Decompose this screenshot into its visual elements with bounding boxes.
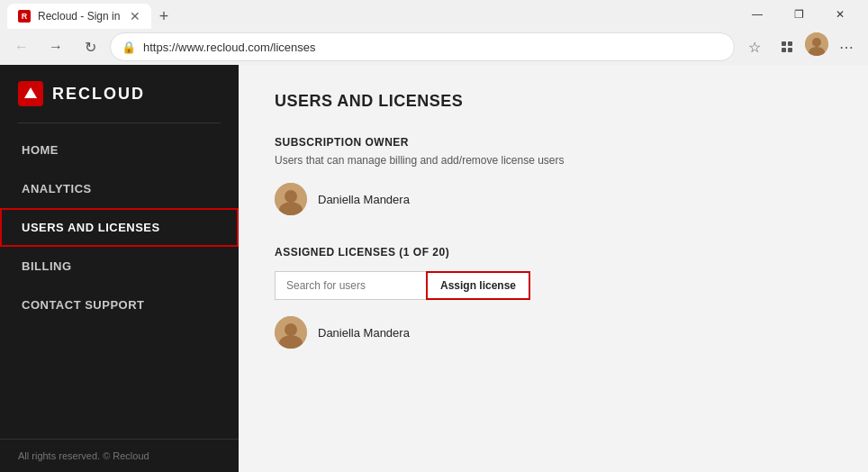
svg-point-12	[285, 323, 297, 336]
url-text: https://www.recloud.com/licenses	[143, 41, 723, 54]
tab-favicon: R	[18, 10, 31, 23]
subscription-owner-desc: Users that can manage billing and add/re…	[275, 154, 832, 167]
footer-text: All rights reserved. © Recloud	[18, 450, 149, 461]
tab-title: Recloud - Sign in	[38, 10, 120, 23]
title-bar: R Recloud - Sign in ✕ + — ❐ ✕	[0, 0, 868, 29]
sidebar-footer: All rights reserved. © Recloud	[0, 439, 239, 472]
sidebar-item-users-licenses[interactable]: USERS AND LICENSES	[0, 208, 239, 247]
svg-point-9	[285, 190, 297, 203]
logo-text: RECLOUD	[52, 85, 145, 104]
main-content: USERS AND LICENSES SUBSCRIPTION OWNER Us…	[239, 65, 868, 472]
assigned-licenses-section: ASSIGNED LICENSES (1 OF 20) Assign licen…	[275, 246, 832, 352]
assigned-user-name: Daniella Mandera	[318, 326, 410, 340]
more-options-icon[interactable]: ⋯	[832, 32, 861, 61]
sidebar-item-home[interactable]: HOME	[0, 131, 239, 169]
search-assign-row: Assign license	[275, 271, 832, 300]
window-controls: — ❐ ✕	[737, 0, 861, 29]
lock-icon: 🔒	[122, 41, 136, 54]
page-title: USERS AND LICENSES	[275, 92, 832, 111]
new-tab-button[interactable]: +	[151, 4, 176, 29]
back-button[interactable]: ←	[7, 32, 36, 61]
svg-rect-1	[788, 41, 792, 46]
sidebar: RECLOUD HOME ANALYTICS USERS AND LICENSE…	[0, 65, 239, 472]
sidebar-nav: HOME ANALYTICS USERS AND LICENSES BILLIN…	[0, 123, 239, 439]
sidebar-item-billing[interactable]: BILLING	[0, 247, 239, 286]
licenses-header: ASSIGNED LICENSES (1 OF 20)	[275, 246, 832, 259]
sidebar-logo: RECLOUD	[0, 65, 239, 123]
svg-rect-0	[782, 41, 786, 46]
assign-license-button[interactable]: Assign license	[426, 271, 530, 300]
refresh-button[interactable]: ↻	[76, 32, 104, 61]
subscription-owner-title: SUBSCRIPTION OWNER	[275, 136, 832, 149]
subscription-owner-name: Daniella Mandera	[318, 193, 410, 206]
svg-rect-3	[788, 48, 792, 52]
toolbar-icons: ☆ ⋯	[740, 32, 861, 61]
assigned-user-row: Daniella Mandera	[275, 313, 832, 352]
favorites-icon[interactable]: ☆	[740, 32, 769, 61]
address-bar[interactable]: 🔒 https://www.recloud.com/licenses	[110, 32, 735, 61]
browser-tab[interactable]: R Recloud - Sign in ✕	[7, 4, 151, 29]
tab-area: R Recloud - Sign in ✕ +	[7, 0, 176, 29]
search-input[interactable]	[275, 271, 426, 300]
address-bar-row: ← → ↻ 🔒 https://www.recloud.com/licenses…	[0, 29, 868, 65]
app-layout: RECLOUD HOME ANALYTICS USERS AND LICENSE…	[0, 65, 868, 472]
logo-icon	[18, 81, 43, 106]
browser-chrome: R Recloud - Sign in ✕ + — ❐ ✕ ← → ↻ 🔒 ht…	[0, 0, 868, 65]
restore-button[interactable]: ❐	[778, 0, 819, 29]
close-button[interactable]: ✕	[819, 0, 861, 29]
assigned-user-avatar	[275, 316, 307, 349]
svg-rect-2	[782, 48, 786, 52]
forward-button[interactable]: →	[41, 32, 70, 61]
assigned-licenses-title: ASSIGNED LICENSES (1 OF 20)	[275, 246, 449, 259]
subscription-owner-avatar	[275, 183, 307, 215]
svg-marker-7	[24, 87, 37, 98]
profile-avatar[interactable]	[805, 32, 828, 56]
subscription-owner-user-row: Daniella Mandera	[275, 179, 832, 219]
tab-close-button[interactable]: ✕	[130, 9, 140, 23]
sidebar-item-analytics[interactable]: ANALYTICS	[0, 169, 239, 208]
svg-point-5	[812, 38, 821, 47]
subscription-owner-section: SUBSCRIPTION OWNER Users that can manage…	[275, 136, 832, 219]
minimize-button[interactable]: —	[737, 0, 778, 29]
sidebar-item-contact-support[interactable]: CONTACT SUPPORT	[0, 286, 239, 324]
collections-icon[interactable]	[773, 32, 801, 61]
